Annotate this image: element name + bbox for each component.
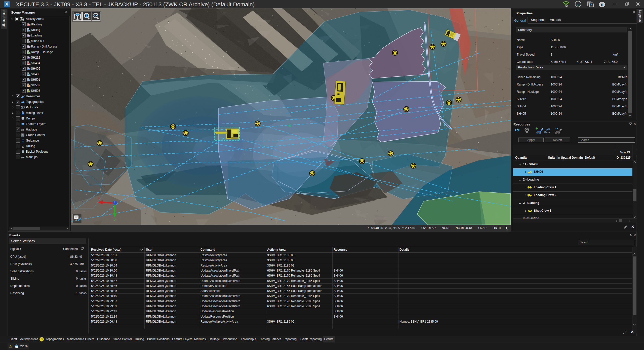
svg-text:?: ? [590,3,592,7]
svg-text:Y: Y [114,219,116,222]
svg-text:i: i [577,2,579,7]
svg-text:X: X [98,196,100,199]
